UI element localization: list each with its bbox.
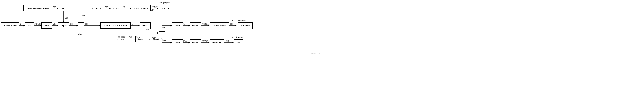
object3-box: Object xyxy=(111,5,122,12)
run3-box: run xyxy=(234,40,243,46)
frame-token-box: FRAME_CALLBACK_TOKEN xyxy=(100,22,131,29)
token1-box: token xyxy=(41,22,52,29)
label-return4: 返回 xyxy=(136,36,140,39)
vsync-token-box: VSYNC_CALLBACK_TOKEN xyxy=(23,5,52,12)
frame-callback-box: FrameCallback xyxy=(210,22,229,29)
action-bot-box: action xyxy=(172,40,183,46)
object2-box: Object xyxy=(58,5,69,12)
label-inner-invoke2: 调用重载的run方法 xyxy=(118,36,132,38)
run1-box: run xyxy=(25,22,34,29)
label-vsync-return: 返回 xyxy=(52,5,56,8)
equals1-box: = xyxy=(78,22,84,29)
label-invoke2: 调用 xyxy=(70,23,74,26)
label-inner-invoke1: 内部调用 xyxy=(34,23,42,26)
label-params2: 参数 xyxy=(146,28,149,31)
label-force-convert3: 强制转换 xyxy=(202,40,209,42)
object6-box: Object xyxy=(190,22,201,29)
runnable-box: Runnable xyxy=(210,40,224,46)
action-top-box: action xyxy=(93,5,104,12)
label-return1: 返回 xyxy=(52,23,56,26)
label-return5: 返回 xyxy=(183,23,187,26)
label-equals1-frame: 调用 xyxy=(85,23,88,26)
object4-box: Object xyxy=(140,22,150,29)
callbackrecord-box: CallbackRecord xyxy=(1,22,19,29)
object1-box: Object xyxy=(58,22,69,29)
label-note-doframe: 执行动画类型任务 xyxy=(232,19,246,22)
label-note-run3: 执行常规任务 xyxy=(232,36,243,39)
object7-box: Object xyxy=(190,40,201,46)
action-mid-box: action xyxy=(172,22,183,29)
label-invoke6: 调用 xyxy=(226,40,229,42)
doframe-box: doFrame xyxy=(238,22,253,29)
label-true1: true xyxy=(82,14,85,16)
label-frame-return: 返回 xyxy=(131,23,135,26)
label-return3: 返回 xyxy=(122,5,126,8)
object5-box: Object xyxy=(150,36,161,42)
onvsync-box: onVsync xyxy=(158,5,173,12)
watermark: CSDN MusicBox xyxy=(310,53,321,55)
label-invoke4: 调用 xyxy=(152,36,156,39)
label-true2: true xyxy=(162,26,166,28)
label-params1: 参数 xyxy=(64,17,68,20)
label-invoke3: 调用 xyxy=(151,8,155,11)
label-note-vsync: 分发Vsync信号 xyxy=(158,2,170,4)
label-false2: false xyxy=(162,39,166,41)
vsync-callback-box: VsyncCallback xyxy=(132,5,150,12)
label-force-convert1: 强制转换 xyxy=(150,5,158,8)
label-return2: 返回 xyxy=(104,5,108,8)
label-return6: 返回 xyxy=(183,40,187,42)
label-false1: false xyxy=(78,33,82,35)
label-invoke5: 调用 xyxy=(230,23,234,26)
flow-diagram: CallbackRecord run token Object = VSYNC_… xyxy=(0,0,322,55)
label-invoke1: 调用 xyxy=(20,23,23,26)
label-force-convert2: 强制转换 xyxy=(202,23,209,26)
